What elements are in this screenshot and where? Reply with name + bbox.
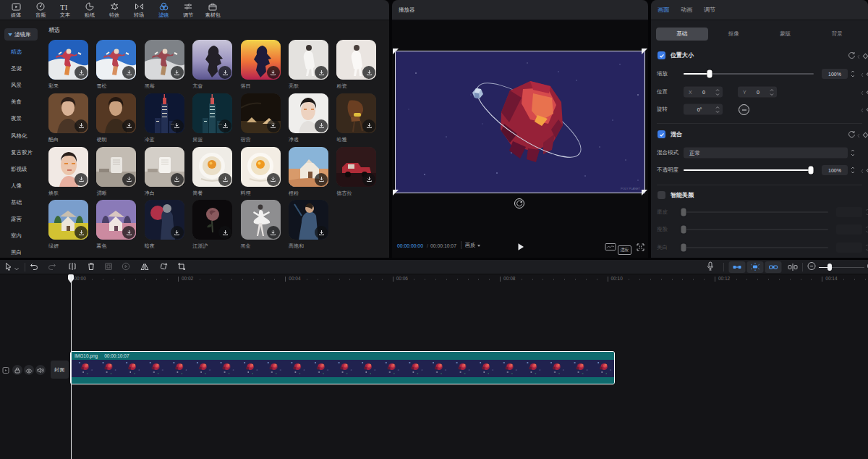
category-10[interactable]: 基础 <box>11 199 22 206</box>
value-stepper[interactable] <box>851 70 855 77</box>
props-tab-调节[interactable]: 调节 <box>704 6 715 14</box>
filter-thumbnail[interactable] <box>336 40 376 80</box>
filter-card[interactable]: 粉瓷 <box>336 40 377 90</box>
position-y-field[interactable]: Y 0 <box>738 87 777 98</box>
toolbar-tab-audio[interactable]: 音频 <box>28 0 53 20</box>
filter-card[interactable]: 黑莓 <box>145 40 185 90</box>
category-4[interactable]: 美食 <box>11 98 22 106</box>
rotate-handle[interactable] <box>514 198 524 209</box>
scopes-button[interactable] <box>605 241 616 254</box>
filter-thumbnail[interactable] <box>241 93 281 133</box>
toolbar-tab-effects[interactable]: 特效 <box>102 0 127 20</box>
filter-thumbnail[interactable] <box>289 93 328 133</box>
filter-card[interactable]: 硬朗 <box>96 93 137 143</box>
reset-icon[interactable] <box>848 49 856 62</box>
split-button[interactable] <box>68 261 77 274</box>
scale-value[interactable]: 100% <box>822 69 848 79</box>
filter-thumbnail[interactable] <box>192 147 232 187</box>
category-9[interactable]: 人像 <box>11 182 22 190</box>
filter-card[interactable]: 清晰 <box>96 147 137 197</box>
filter-card[interactable]: 焕肤 <box>48 147 89 197</box>
filter-card[interactable]: 雪松 <box>96 40 137 90</box>
timeline-zoom-knob[interactable] <box>827 264 832 271</box>
opacity-slider-knob[interactable] <box>809 167 814 174</box>
category-3[interactable]: 风景 <box>11 82 22 89</box>
filter-thumbnail[interactable] <box>96 200 136 240</box>
filter-thumbnail[interactable] <box>289 147 328 187</box>
value-stepper[interactable] <box>865 226 868 233</box>
filter-card[interactable]: 净白 <box>145 147 185 197</box>
filter-thumbnail[interactable] <box>241 40 281 80</box>
toolbar-tab-media[interactable]: 媒体 <box>4 0 28 20</box>
opacity-value[interactable]: 100% <box>822 165 848 175</box>
keyframe-control[interactable] <box>861 164 868 177</box>
filter-card[interactable]: 料理 <box>241 147 281 197</box>
crop-button[interactable] <box>177 261 186 274</box>
filter-thumbnail[interactable] <box>145 200 184 240</box>
filter-thumbnail[interactable] <box>192 93 232 133</box>
filter-thumbnail[interactable] <box>336 93 376 133</box>
filter-card[interactable]: 酷白 <box>48 93 89 143</box>
category-1[interactable]: 精选 <box>11 49 22 56</box>
quality-dropdown[interactable]: 画质 <box>465 242 480 249</box>
checkbox-checked[interactable] <box>658 130 665 138</box>
select-tool-chevron[interactable] <box>14 261 20 274</box>
category-6[interactable]: 风格化 <box>11 132 27 140</box>
filter-thumbnail[interactable] <box>145 40 184 80</box>
filter-thumbnail[interactable] <box>241 147 281 187</box>
filter-thumbnail[interactable] <box>145 93 184 133</box>
checkbox-checked[interactable] <box>658 51 665 59</box>
link-toggle[interactable] <box>765 261 782 273</box>
filter-card[interactable]: 彩果 <box>48 40 89 90</box>
filter-thumbnail[interactable] <box>96 40 136 80</box>
filter-card[interactable]: 哈雅 <box>336 93 377 143</box>
toolbar-tab-sticker[interactable]: 贴纸 <box>77 0 102 20</box>
filter-thumbnail[interactable] <box>192 200 232 240</box>
filter-card[interactable]: 橙粉 <box>289 147 329 197</box>
opacity-slider[interactable] <box>684 169 814 171</box>
record-voiceover-button[interactable] <box>707 261 714 274</box>
filter-card[interactable]: 德古拉 <box>336 147 377 197</box>
category-12[interactable]: 室内 <box>11 232 22 240</box>
props-subtab-抠像[interactable]: 抠像 <box>708 28 760 41</box>
keyframe-control[interactable] <box>861 67 868 80</box>
toolbar-tab-text[interactable]: TI文本 <box>53 0 77 20</box>
mute-track-button[interactable] <box>35 365 46 375</box>
filter-thumbnail[interactable] <box>145 147 184 187</box>
filter-card[interactable]: 简餐 <box>192 147 233 197</box>
video-corner-handle[interactable] <box>393 190 398 195</box>
filter-card[interactable]: 落日 <box>241 40 281 90</box>
blend-mode-dropdown[interactable]: 正常 <box>684 148 848 159</box>
filter-thumbnail[interactable] <box>48 40 88 80</box>
props-subtab-蒙版[interactable]: 蒙版 <box>760 28 812 41</box>
toolbar-tab-filter[interactable]: 滤镜 <box>151 0 176 20</box>
filter-card[interactable]: 冷蓝 <box>145 93 185 143</box>
mirror-button[interactable] <box>140 261 150 274</box>
filter-thumbnail[interactable] <box>96 147 136 187</box>
keyframe-control[interactable] <box>861 103 868 116</box>
filter-card[interactable]: 黑金 <box>241 200 281 250</box>
video-corner-handle[interactable] <box>393 49 398 54</box>
toolbar-tab-adjust[interactable]: 调节 <box>176 0 200 20</box>
filter-card[interactable]: 亢奋 <box>192 40 233 90</box>
category-11[interactable]: 露营 <box>11 216 22 223</box>
toolbar-tab-transition[interactable]: 转场 <box>127 0 151 20</box>
timeline-clip[interactable]: IMG10.png 00:00:10:07 <box>70 351 615 384</box>
filter-thumbnail[interactable] <box>48 93 88 133</box>
filter-thumbnail[interactable] <box>48 200 88 240</box>
scale-slider-knob[interactable] <box>707 70 712 78</box>
auto-preview-toggle[interactable] <box>747 261 764 273</box>
fullscreen-button[interactable] <box>637 241 644 254</box>
keyframe-control[interactable] <box>857 128 868 141</box>
fit-ratio-button[interactable]: 适应 <box>618 241 631 255</box>
snap-toggle[interactable] <box>729 261 746 273</box>
video-corner-handle[interactable] <box>642 49 647 54</box>
toolbar-tab-package[interactable]: 素材包 <box>200 0 225 20</box>
value-stepper[interactable] <box>865 209 868 216</box>
filter-library-dropdown[interactable]: 滤镜库 <box>4 28 38 41</box>
position-x-field[interactable]: X 0 <box>684 87 723 98</box>
category-13[interactable]: 黑白 <box>11 249 22 256</box>
redo-button[interactable] <box>48 261 56 274</box>
preview-axis-button[interactable] <box>788 261 798 274</box>
value-stepper[interactable] <box>715 88 720 96</box>
